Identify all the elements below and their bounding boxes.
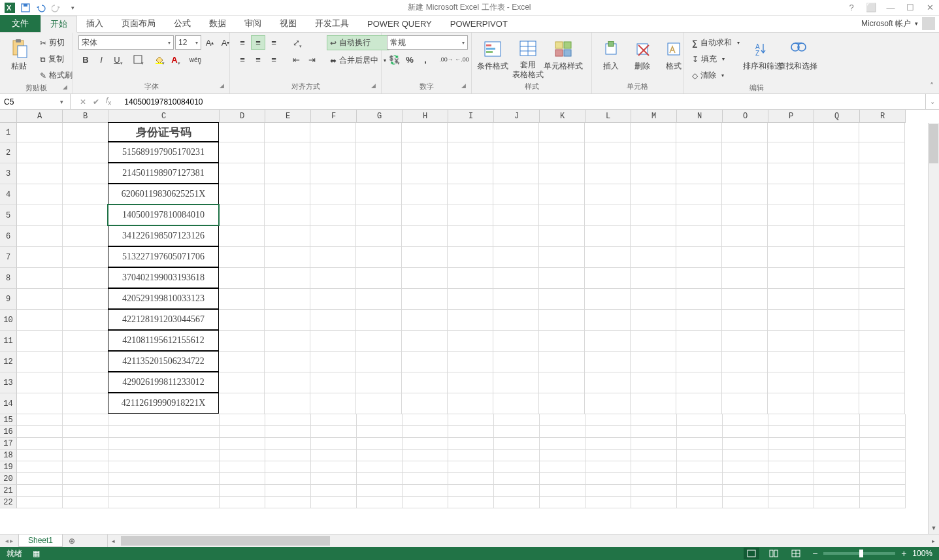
cell[interactable] <box>814 352 859 372</box>
cell[interactable] <box>63 473 108 485</box>
cell[interactable] <box>859 184 905 205</box>
cell[interactable] <box>493 372 539 393</box>
cell[interactable] <box>676 393 722 414</box>
cell[interactable] <box>403 473 448 485</box>
cell[interactable] <box>493 352 539 372</box>
row-header[interactable]: 5 <box>0 205 17 226</box>
merge-center-button[interactable]: ⬌合并后居中▾ <box>327 53 389 68</box>
cell[interactable] <box>768 426 814 438</box>
cell[interactable] <box>631 247 676 268</box>
cell[interactable] <box>402 163 448 184</box>
cell[interactable] <box>814 247 859 268</box>
ribbon-tab-数据[interactable]: 数据 <box>200 15 235 32</box>
cell[interactable] <box>448 426 494 438</box>
cell[interactable] <box>357 426 403 438</box>
column-header[interactable]: D <box>220 110 265 123</box>
cell[interactable] <box>539 247 585 268</box>
cell[interactable] <box>265 393 310 414</box>
format-painter-button[interactable]: ✎格式刷 <box>37 68 76 83</box>
cell[interactable] <box>631 142 676 163</box>
cell[interactable] <box>357 497 403 508</box>
cell[interactable] <box>722 289 768 310</box>
cell[interactable] <box>310 289 356 310</box>
cell[interactable] <box>768 473 814 485</box>
accounting-format-icon[interactable]: 💱 <box>387 52 401 67</box>
cell[interactable] <box>265 450 311 461</box>
cell[interactable] <box>357 450 403 461</box>
ribbon-tab-公式[interactable]: 公式 <box>165 15 200 32</box>
cell[interactable] <box>310 142 356 163</box>
clear-button[interactable]: ◇清除▾ <box>689 68 743 83</box>
cell[interactable] <box>677 473 723 485</box>
cell[interactable] <box>768 393 814 414</box>
format-as-table-button[interactable]: 套用 表格格式 <box>512 35 544 81</box>
column-header[interactable]: J <box>494 110 540 123</box>
cell[interactable] <box>402 184 448 205</box>
cell[interactable] <box>585 426 631 438</box>
cell[interactable] <box>63 247 108 268</box>
cell[interactable] <box>676 352 722 372</box>
cut-button[interactable]: ✂剪切 <box>37 35 76 50</box>
cell[interactable] <box>677 438 723 450</box>
align-middle-icon[interactable]: ≡ <box>251 35 265 50</box>
cell[interactable] <box>814 450 860 461</box>
cell[interactable] <box>631 310 676 331</box>
cell[interactable] <box>17 331 63 352</box>
scrollbar-thumb[interactable] <box>929 124 938 163</box>
cell[interactable] <box>448 268 493 289</box>
ribbon-display-icon[interactable]: ⬜ <box>862 1 880 14</box>
cell[interactable] <box>768 497 814 508</box>
cell[interactable] <box>494 485 540 497</box>
cell[interactable] <box>403 485 448 497</box>
new-sheet-button[interactable]: ⊕ <box>63 535 81 547</box>
cell[interactable]: 420529199810033123 <box>108 288 219 309</box>
cell[interactable] <box>448 352 493 372</box>
align-top-icon[interactable]: ≡ <box>235 35 250 50</box>
cell[interactable] <box>108 450 220 461</box>
cell[interactable] <box>265 473 311 485</box>
cell[interactable] <box>448 184 493 205</box>
cell[interactable] <box>768 450 814 461</box>
cell[interactable]: 341226198507123126 <box>108 225 219 246</box>
ribbon-tab-视图[interactable]: 视图 <box>271 15 306 32</box>
cell[interactable] <box>768 372 814 393</box>
cell[interactable] <box>17 268 63 289</box>
cell[interactable] <box>722 393 768 414</box>
cell[interactable] <box>494 438 540 450</box>
cell[interactable] <box>631 352 676 372</box>
cell[interactable] <box>310 247 356 268</box>
cell[interactable] <box>356 226 402 247</box>
account-menu[interactable]: Microsoft 帐户 ▾ <box>861 17 935 30</box>
vertical-scrollbar[interactable]: ▲ ▼ <box>928 123 939 534</box>
cell[interactable] <box>814 268 859 289</box>
cell[interactable] <box>17 123 63 142</box>
cell[interactable] <box>17 163 63 184</box>
cell[interactable] <box>494 497 540 508</box>
cell[interactable] <box>585 163 631 184</box>
cell[interactable] <box>108 497 220 508</box>
cell[interactable] <box>448 289 493 310</box>
cell[interactable] <box>219 184 265 205</box>
cell[interactable] <box>859 123 905 142</box>
align-center-icon[interactable]: ≡ <box>251 52 265 67</box>
cell[interactable] <box>402 268 448 289</box>
cell-styles-button[interactable]: 单元格样式 <box>548 35 579 81</box>
cell[interactable] <box>17 247 63 268</box>
cell[interactable] <box>814 310 859 331</box>
autosum-button[interactable]: ∑自动求和▾ <box>689 35 743 50</box>
increase-indent-icon[interactable]: ⇥ <box>305 52 319 67</box>
cell[interactable] <box>676 142 722 163</box>
cell[interactable] <box>448 393 493 414</box>
cell[interactable] <box>585 310 631 331</box>
cell[interactable] <box>631 426 677 438</box>
cell[interactable] <box>860 438 906 450</box>
cell[interactable] <box>220 461 265 473</box>
page-break-view-button[interactable] <box>788 548 804 559</box>
cell[interactable] <box>265 352 310 372</box>
italic-button[interactable]: I <box>94 52 108 67</box>
macro-record-icon[interactable]: ▦ <box>33 549 40 558</box>
cell[interactable] <box>63 372 108 393</box>
cell[interactable] <box>493 268 539 289</box>
cell[interactable] <box>17 352 63 372</box>
cell[interactable] <box>585 123 631 142</box>
